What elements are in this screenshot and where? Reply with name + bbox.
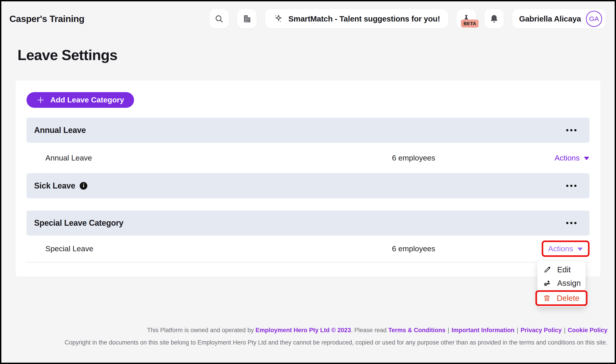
leave-row-annual-leave: Annual Leave 6 employees Actions bbox=[27, 143, 589, 173]
user-name: Gabriella Alicaya bbox=[519, 14, 581, 23]
section-sick-leave: Sick Leave i bbox=[27, 173, 589, 198]
footer-link-cookie-policy[interactable]: Cookie Policy bbox=[568, 327, 607, 334]
beta-badge: BETA bbox=[461, 20, 479, 27]
leave-name: Annual Leave bbox=[27, 154, 392, 162]
actions-dropdown-button[interactable]: Actions bbox=[555, 154, 590, 162]
footer-link-company[interactable]: Employment Hero Pty Ltd © 2023 bbox=[255, 327, 351, 334]
footer-separator: | bbox=[445, 327, 451, 334]
search-button[interactable] bbox=[210, 9, 229, 28]
beta-features-button[interactable]: BETA bbox=[457, 9, 476, 28]
top-bar: Casper's Training SmartMatch - Talent su… bbox=[1, 1, 615, 36]
menu-item-edit[interactable]: Edit bbox=[537, 263, 586, 276]
menu-item-label: Delete bbox=[557, 294, 579, 303]
footer-separator: | bbox=[562, 327, 568, 334]
annotation-box-delete: Delete bbox=[535, 290, 588, 306]
section-title: Special Leave Category bbox=[34, 218, 124, 228]
menu-item-label: Edit bbox=[557, 265, 571, 274]
menu-item-label: Assign bbox=[557, 279, 581, 287]
section-title: Annual Leave bbox=[34, 126, 86, 135]
section-title: Sick Leave i bbox=[34, 181, 87, 191]
leave-name: Special Leave bbox=[27, 244, 392, 253]
menu-item-delete[interactable]: Delete bbox=[537, 292, 586, 304]
caret-down-icon bbox=[584, 156, 589, 160]
employee-count: 6 employees bbox=[392, 154, 555, 162]
footer-copyright: Copyright in the documents on this site … bbox=[65, 339, 607, 346]
trash-icon bbox=[543, 294, 551, 302]
actions-cell: Actions bbox=[555, 154, 590, 162]
actions-cell: Actions Edit bbox=[542, 240, 590, 257]
add-leave-category-button[interactable]: Add Leave Category bbox=[27, 92, 134, 108]
smartmatch-label: SmartMatch - Talent suggestions for you! bbox=[288, 14, 440, 23]
menu-item-assign[interactable]: Assign bbox=[537, 276, 586, 290]
app-window: Casper's Training SmartMatch - Talent su… bbox=[0, 0, 616, 364]
avatar: GA bbox=[586, 11, 602, 27]
footer-legal-line: This Platform is owned and operated by E… bbox=[65, 327, 607, 334]
top-bar-actions: SmartMatch - Talent suggestions for you!… bbox=[210, 9, 606, 28]
leave-row-special-leave: Special Leave 6 employees Actions bbox=[27, 235, 589, 262]
section-annual-leave: Annual Leave Annual Leave 6 employees Ac… bbox=[27, 118, 589, 173]
overflow-menu-icon[interactable] bbox=[566, 127, 576, 134]
add-leave-category-label: Add Leave Category bbox=[50, 95, 124, 104]
buildings-icon bbox=[242, 14, 252, 24]
section-special-leave: Special Leave Category Special Leave 6 e… bbox=[27, 210, 589, 262]
actions-dropdown-menu: Edit Assign bbox=[537, 261, 586, 307]
footer-text: . Please read bbox=[351, 327, 388, 334]
footer: This Platform is owned and operated by E… bbox=[65, 327, 607, 346]
search-icon bbox=[214, 14, 224, 24]
caret-down-icon bbox=[577, 247, 583, 251]
org-logo: Casper's Training bbox=[9, 14, 84, 24]
footer-link-important-information[interactable]: Important Information bbox=[451, 327, 514, 334]
bell-icon bbox=[489, 14, 499, 24]
person-add-icon bbox=[543, 279, 551, 287]
notifications-button[interactable] bbox=[484, 9, 504, 28]
overflow-menu-icon[interactable] bbox=[566, 220, 576, 226]
footer-separator: | bbox=[515, 327, 521, 334]
footer-link-privacy-policy[interactable]: Privacy Policy bbox=[521, 327, 562, 334]
actions-label: Actions bbox=[548, 244, 573, 253]
overflow-menu-icon[interactable] bbox=[566, 182, 576, 189]
footer-text: This Platform is owned and operated by bbox=[147, 327, 255, 334]
employee-count: 6 employees bbox=[392, 244, 542, 253]
organisation-button[interactable] bbox=[237, 9, 257, 28]
leave-settings-panel: Add Leave Category Annual Leave Annual L… bbox=[16, 80, 600, 276]
section-header-sick-leave: Sick Leave i bbox=[27, 173, 589, 198]
sparkle-icon bbox=[273, 14, 283, 24]
pencil-icon bbox=[543, 266, 551, 274]
page-title: Leave Settings bbox=[17, 47, 615, 64]
section-header-special-leave: Special Leave Category bbox=[27, 210, 589, 235]
footer-link-terms[interactable]: Terms & Conditions bbox=[388, 327, 446, 334]
smartmatch-banner[interactable]: SmartMatch - Talent suggestions for you! bbox=[265, 9, 448, 28]
user-menu[interactable]: Gabriella Alicaya GA bbox=[512, 9, 606, 28]
annotation-box-actions: Actions bbox=[542, 240, 590, 257]
info-icon[interactable]: i bbox=[80, 182, 87, 190]
actions-dropdown-button-open[interactable]: Actions bbox=[548, 244, 583, 253]
actions-label: Actions bbox=[555, 154, 580, 162]
section-title-label: Sick Leave bbox=[34, 181, 75, 191]
section-header-annual-leave: Annual Leave bbox=[27, 118, 589, 143]
plus-icon bbox=[36, 96, 45, 104]
